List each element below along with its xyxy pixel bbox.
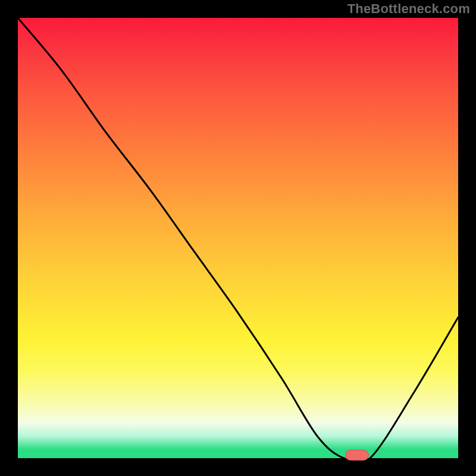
- watermark-text: TheBottleneck.com: [347, 1, 470, 17]
- highlight-marker: [345, 450, 369, 461]
- curve-svg: [18, 18, 458, 458]
- line-series: [18, 18, 458, 458]
- plot-area: [18, 18, 458, 458]
- chart-stage: TheBottleneck.com: [0, 0, 476, 476]
